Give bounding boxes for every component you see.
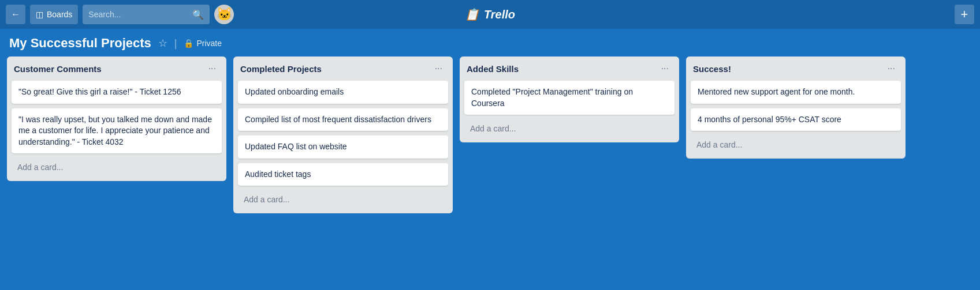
column-success: Success!···Mentored new support agent fo… bbox=[686, 57, 906, 159]
trello-logo-icon: 📋 bbox=[465, 7, 479, 21]
column-header-customer-comments: Customer Comments··· bbox=[12, 62, 222, 75]
trello-logo: 📋 Trello bbox=[465, 7, 515, 21]
search-bar[interactable]: 🔍 bbox=[83, 5, 210, 24]
board-header: My Successful Projects ☆ | 🔒 Private bbox=[0, 29, 980, 57]
lock-icon: 🔒 bbox=[184, 39, 193, 48]
add-card-success[interactable]: Add a card... bbox=[691, 135, 901, 154]
card-success-1[interactable]: 4 months of personal 95%+ CSAT score bbox=[691, 108, 901, 131]
board-privacy[interactable]: 🔒 Private bbox=[184, 39, 222, 48]
avatar-image: 🐱 bbox=[217, 8, 232, 21]
card-completed-projects-0[interactable]: Updated onboarding emails bbox=[238, 81, 448, 104]
search-icon: 🔍 bbox=[192, 9, 204, 20]
card-customer-comments-1[interactable]: "I was really upset, but you talked me d… bbox=[12, 108, 222, 154]
card-success-0[interactable]: Mentored new support agent for one month… bbox=[691, 81, 901, 104]
avatar[interactable]: 🐱 bbox=[214, 5, 234, 24]
trello-wordmark: Trello bbox=[484, 8, 515, 21]
column-title-completed-projects: Completed Projects bbox=[240, 64, 322, 74]
top-navigation: ← ◫ Boards 🔍 🐱 📋 Trello + bbox=[0, 0, 980, 29]
column-menu-completed-projects[interactable]: ··· bbox=[431, 62, 446, 75]
column-menu-success[interactable]: ··· bbox=[884, 62, 899, 75]
column-menu-added-skills[interactable]: ··· bbox=[658, 62, 672, 75]
column-header-added-skills: Added Skills··· bbox=[464, 62, 675, 75]
add-card-completed-projects[interactable]: Add a card... bbox=[238, 190, 448, 209]
add-card-customer-comments[interactable]: Add a card... bbox=[12, 158, 222, 176]
card-completed-projects-2[interactable]: Updated FAQ list on website bbox=[238, 135, 448, 159]
add-button[interactable]: + bbox=[955, 5, 974, 24]
column-title-success: Success! bbox=[693, 64, 731, 74]
search-input[interactable] bbox=[88, 10, 188, 19]
column-menu-customer-comments[interactable]: ··· bbox=[205, 62, 219, 75]
column-completed-projects: Completed Projects···Updated onboarding … bbox=[233, 57, 453, 213]
boards-label: Boards bbox=[47, 10, 72, 19]
header-divider: | bbox=[174, 37, 177, 50]
board-star-button[interactable]: ☆ bbox=[158, 37, 167, 50]
column-title-customer-comments: Customer Comments bbox=[14, 64, 102, 74]
back-button[interactable]: ← bbox=[6, 5, 25, 24]
boards-icon: ◫ bbox=[36, 10, 43, 19]
private-label: Private bbox=[196, 39, 222, 48]
column-header-completed-projects: Completed Projects··· bbox=[238, 62, 448, 75]
boards-button[interactable]: ◫ Boards bbox=[30, 5, 78, 24]
card-completed-projects-1[interactable]: Compiled list of most frequent dissatisf… bbox=[238, 108, 448, 131]
board-title: My Successful Projects bbox=[9, 36, 151, 51]
columns-container: Customer Comments···"So great! Give this… bbox=[0, 57, 980, 220]
card-completed-projects-3[interactable]: Audited ticket tags bbox=[238, 163, 448, 186]
card-added-skills-0[interactable]: Completed "Project Management" training … bbox=[464, 81, 675, 115]
column-customer-comments: Customer Comments···"So great! Give this… bbox=[7, 57, 226, 181]
column-title-added-skills: Added Skills bbox=[467, 64, 519, 74]
add-card-added-skills[interactable]: Add a card... bbox=[464, 119, 675, 138]
column-header-success: Success!··· bbox=[691, 62, 901, 75]
column-added-skills: Added Skills···Completed "Project Manage… bbox=[460, 57, 679, 142]
card-customer-comments-0[interactable]: "So great! Give this girl a raise!" - Ti… bbox=[12, 81, 222, 104]
